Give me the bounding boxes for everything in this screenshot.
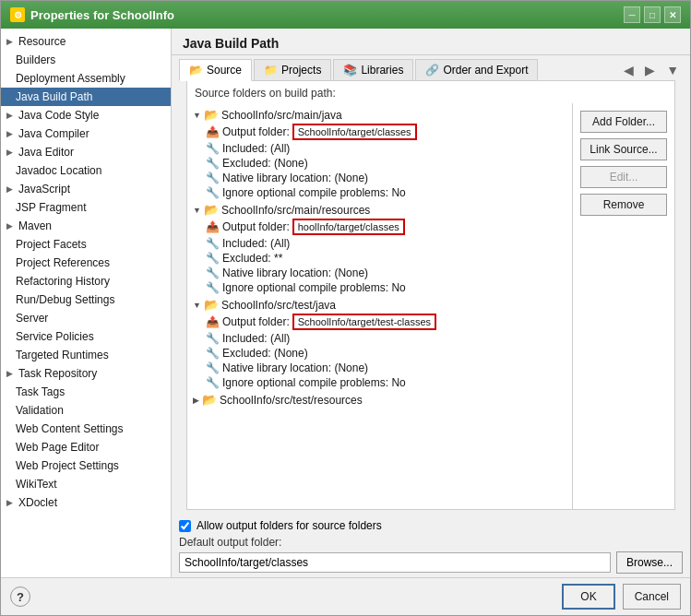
sidebar-item-label: Service Policies	[16, 330, 94, 343]
tree-node-label: Included: (All)	[222, 142, 290, 155]
nav-forward[interactable]: ▶	[641, 61, 659, 79]
sidebar-item-server[interactable]: Server	[1, 309, 171, 327]
nav-arrows: ◀ ▶ ▼	[620, 61, 683, 79]
include-icon: 🔧	[206, 142, 220, 155]
tab-libraries[interactable]: 📚 Libraries	[333, 59, 413, 80]
sidebar-item-task-repository[interactable]: ▶ Task Repository	[1, 364, 171, 383]
sidebar-item-web-page[interactable]: Web Page Editor	[1, 438, 171, 456]
sidebar-item-label: Builders	[16, 53, 55, 66]
exclude-icon: 🔧	[206, 347, 220, 360]
nav-back[interactable]: ◀	[620, 61, 637, 79]
sidebar-item-service-policies[interactable]: Service Policies	[1, 327, 171, 346]
sidebar-item-label: Project References	[16, 256, 110, 269]
add-folder-button[interactable]: Add Folder...	[580, 111, 667, 133]
link-source-button[interactable]: Link Source...	[580, 138, 667, 160]
sidebar-item-deployment-assembly[interactable]: Deployment Assembly	[1, 69, 171, 88]
tree-child: 📤 Output folder: hoolInfo/target/classes	[191, 218, 568, 236]
arrow-icon: ▶	[6, 184, 13, 194]
tree-root-3[interactable]: ▼ 📂 SchoolInfo/src/test/java	[191, 297, 568, 313]
tab-projects[interactable]: 📁 Projects	[254, 59, 331, 80]
sidebar-item-task-tags[interactable]: Task Tags	[1, 383, 171, 401]
title-bar-left: ⚙ Properties for SchoolInfo	[10, 7, 174, 22]
sidebar-item-java-compiler[interactable]: ▶ Java Compiler	[1, 124, 171, 143]
cancel-button[interactable]: Cancel	[623, 584, 681, 610]
output-icon: 📤	[206, 315, 220, 328]
arrow-icon: ▶	[6, 148, 13, 157]
dialog-title: Properties for SchoolInfo	[30, 8, 174, 22]
libraries-tab-icon: 📚	[343, 64, 357, 77]
sidebar-item-java-editor[interactable]: ▶ Java Editor	[1, 143, 171, 161]
sidebar-item-label: JSP Fragment	[16, 201, 86, 214]
ok-button[interactable]: OK	[562, 584, 614, 610]
sidebar-item-project-references[interactable]: Project References	[1, 254, 171, 272]
properties-dialog: ⚙ Properties for SchoolInfo ─ □ ✕ ▶ Reso…	[0, 0, 691, 616]
sidebar-item-label: Run/Debug Settings	[16, 293, 114, 306]
minimize-button[interactable]: ─	[624, 6, 640, 23]
tab-bar: 📂 Source 📁 Projects 📚 Libraries 🔗	[179, 59, 540, 80]
arrow-icon: ▶	[6, 129, 13, 138]
sidebar-item-validation[interactable]: Validation	[1, 401, 171, 420]
maximize-button[interactable]: □	[644, 6, 661, 23]
footer-buttons: OK Cancel	[562, 584, 681, 610]
main-content: Java Build Path 📂 Source 📁 Projects	[172, 29, 690, 577]
source-folders-label: Source folders on build path:	[187, 81, 674, 103]
tree-child: 📤 Output folder: SchoolInfo/target/class…	[191, 123, 568, 141]
tree-node-label: Native library location: (None)	[222, 172, 368, 184]
output-value-3: SchoolInfo/target/test-classes	[292, 314, 436, 330]
expand-icon[interactable]: ▼	[193, 206, 201, 215]
tree-child: 🔧 Ignore optional compile problems: No	[191, 375, 568, 390]
tree-node-label: Ignore optional compile problems: No	[222, 281, 406, 294]
tree-root-1[interactable]: ▼ 📂 SchoolInfo/src/main/java	[191, 107, 568, 123]
tree-section-2: ▼ 📂 SchoolInfo/src/main/resources 📤 Outp…	[191, 202, 568, 295]
remove-button[interactable]: Remove	[580, 194, 667, 216]
content-with-sidebar: ▼ 📂 SchoolInfo/src/main/java 📤 Output fo…	[187, 103, 674, 509]
sidebar-item-label: Resource	[18, 35, 66, 48]
sidebar-item-maven[interactable]: ▶ Maven	[1, 217, 171, 235]
sidebar-item-javascript[interactable]: ▶ JavaScript	[1, 180, 171, 198]
tree-root-4[interactable]: ▶ 📂 SchoolInfo/src/test/resources	[191, 392, 568, 408]
projects-tab-icon: 📁	[264, 64, 278, 77]
ignore-icon: 🔧	[206, 376, 220, 389]
sidebar-item-run-debug[interactable]: Run/Debug Settings	[1, 290, 171, 309]
close-button[interactable]: ✕	[664, 6, 681, 23]
expand-icon[interactable]: ▼	[193, 301, 201, 310]
main-header: Java Build Path	[172, 29, 690, 55]
nav-down[interactable]: ▼	[662, 61, 683, 79]
sidebar-item-targeted-runtimes[interactable]: Targeted Runtimes	[1, 346, 171, 364]
tree-child: 🔧 Included: (All)	[191, 331, 568, 346]
tab-order-export[interactable]: 🔗 Order and Export	[415, 59, 538, 80]
help-button[interactable]: ?	[10, 586, 30, 607]
folder-icon: 📂	[204, 108, 219, 122]
output-icon: 📤	[206, 220, 220, 233]
default-output-label: Default output folder:	[179, 536, 683, 549]
sidebar-item-refactoring[interactable]: Refactoring History	[1, 272, 171, 290]
sidebar-item-label: Project Facets	[16, 238, 87, 251]
edit-button[interactable]: Edit...	[580, 166, 667, 188]
sidebar-item-label: Server	[16, 312, 48, 325]
sidebar-item-java-code-style[interactable]: ▶ Java Code Style	[1, 106, 171, 124]
folder-icon: 📂	[204, 298, 219, 312]
tab-source[interactable]: 📂 Source	[179, 59, 252, 81]
sidebar-item-wikitext[interactable]: WikiText	[1, 475, 171, 493]
sidebar-item-xdoclet[interactable]: ▶ XDoclet	[1, 493, 171, 512]
sidebar-item-label: Web Page Editor	[16, 441, 100, 454]
sidebar-item-label: Javadoc Location	[16, 164, 101, 177]
tree-area[interactable]: ▼ 📂 SchoolInfo/src/main/java 📤 Output fo…	[187, 103, 573, 509]
ignore-icon: 🔧	[206, 186, 220, 199]
output-value-2: hoolInfo/target/classes	[292, 219, 405, 235]
expand-icon[interactable]: ▼	[193, 111, 201, 120]
default-output-input[interactable]	[179, 552, 611, 573]
tree-root-2[interactable]: ▼ 📂 SchoolInfo/src/main/resources	[191, 202, 568, 218]
expand-icon[interactable]: ▶	[193, 396, 199, 405]
sidebar-item-javadoc[interactable]: Javadoc Location	[1, 161, 171, 180]
sidebar-item-resource[interactable]: ▶ Resource	[1, 32, 171, 51]
sidebar-item-web-project[interactable]: Web Project Settings	[1, 456, 171, 475]
sidebar-item-builders[interactable]: Builders	[1, 51, 171, 69]
sidebar-item-web-content[interactable]: Web Content Settings	[1, 420, 171, 438]
sidebar-item-project-facets[interactable]: Project Facets	[1, 235, 171, 254]
allow-output-checkbox[interactable]	[179, 520, 191, 532]
title-bar-buttons: ─ □ ✕	[624, 6, 681, 23]
sidebar-item-java-build-path[interactable]: Java Build Path	[1, 88, 171, 106]
browse-button[interactable]: Browse...	[616, 551, 683, 574]
sidebar-item-jsp-fragment[interactable]: JSP Fragment	[1, 198, 171, 217]
